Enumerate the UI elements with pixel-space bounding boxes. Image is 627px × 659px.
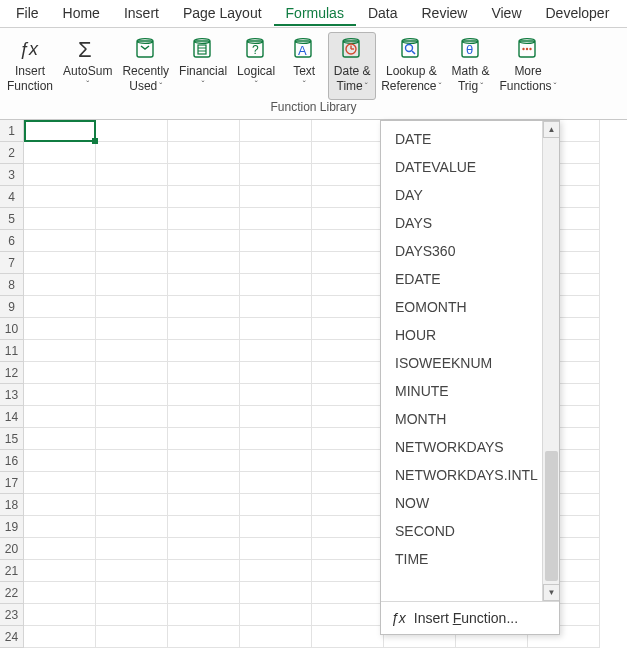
cell[interactable] (96, 538, 168, 560)
scroll-down-button[interactable]: ▼ (543, 584, 559, 601)
cell[interactable] (240, 340, 312, 362)
cell[interactable] (312, 428, 384, 450)
row-header[interactable]: 15 (0, 428, 24, 450)
cell[interactable] (312, 406, 384, 428)
cell[interactable] (168, 362, 240, 384)
cell[interactable] (96, 252, 168, 274)
menu-item-eomonth[interactable]: EOMONTH (381, 293, 559, 321)
cell[interactable] (312, 274, 384, 296)
cell[interactable] (168, 560, 240, 582)
tab-view[interactable]: View (479, 1, 533, 26)
cell[interactable] (96, 428, 168, 450)
cell[interactable] (24, 494, 96, 516)
cell[interactable] (240, 516, 312, 538)
row-header[interactable]: 16 (0, 450, 24, 472)
cell[interactable] (168, 340, 240, 362)
cell[interactable] (312, 164, 384, 186)
cell[interactable] (312, 252, 384, 274)
row-header[interactable]: 17 (0, 472, 24, 494)
cell[interactable] (24, 164, 96, 186)
cell[interactable] (24, 538, 96, 560)
cell[interactable] (240, 208, 312, 230)
cell[interactable] (240, 186, 312, 208)
date-time-button[interactable]: Date &Timeˇ (328, 32, 376, 100)
cell[interactable] (96, 472, 168, 494)
cell[interactable] (168, 604, 240, 626)
tab-home[interactable]: Home (51, 1, 112, 26)
more-functions-button[interactable]: MoreFunctionsˇ (495, 32, 562, 100)
row-header[interactable]: 5 (0, 208, 24, 230)
cell[interactable] (168, 142, 240, 164)
cell[interactable] (96, 230, 168, 252)
row-header[interactable]: 19 (0, 516, 24, 538)
cell[interactable] (24, 318, 96, 340)
cell[interactable] (240, 274, 312, 296)
cell[interactable] (96, 406, 168, 428)
cell[interactable] (312, 186, 384, 208)
menu-item-hour[interactable]: HOUR (381, 321, 559, 349)
row-header[interactable]: 9 (0, 296, 24, 318)
cell[interactable] (312, 296, 384, 318)
cell[interactable] (24, 626, 96, 648)
cell[interactable] (96, 208, 168, 230)
cell[interactable] (312, 472, 384, 494)
cell[interactable] (24, 406, 96, 428)
cell[interactable] (240, 296, 312, 318)
recently-used-button[interactable]: RecentlyUsedˇ (117, 32, 174, 100)
row-header[interactable]: 8 (0, 274, 24, 296)
cell[interactable] (168, 186, 240, 208)
cell[interactable] (24, 362, 96, 384)
tab-formulas[interactable]: Formulas (274, 1, 356, 26)
cell[interactable] (240, 230, 312, 252)
cell[interactable] (96, 296, 168, 318)
cell[interactable] (240, 582, 312, 604)
cell[interactable] (96, 626, 168, 648)
cell[interactable] (24, 230, 96, 252)
cell[interactable] (168, 406, 240, 428)
cell[interactable] (168, 318, 240, 340)
menu-item-date[interactable]: DATE (381, 125, 559, 153)
cell[interactable] (24, 142, 96, 164)
cell[interactable] (168, 208, 240, 230)
cell[interactable] (24, 516, 96, 538)
cell[interactable] (240, 252, 312, 274)
cell[interactable] (96, 604, 168, 626)
tab-insert[interactable]: Insert (112, 1, 171, 26)
menu-item-time[interactable]: TIME (381, 545, 559, 573)
cell[interactable] (168, 428, 240, 450)
cell[interactable] (96, 318, 168, 340)
row-header[interactable]: 2 (0, 142, 24, 164)
tab-developer[interactable]: Developer (534, 1, 622, 26)
cell[interactable] (168, 626, 240, 648)
row-header[interactable]: 24 (0, 626, 24, 648)
tab-data[interactable]: Data (356, 1, 410, 26)
lookup-reference-button[interactable]: Lookup &Referenceˇ (376, 32, 446, 100)
cell[interactable] (168, 274, 240, 296)
menu-item-networkdays-intl[interactable]: NETWORKDAYS.INTL (381, 461, 559, 489)
menu-item-networkdays[interactable]: NETWORKDAYS (381, 433, 559, 461)
cell[interactable] (240, 164, 312, 186)
menu-scrollbar[interactable]: ▲ ▼ (542, 121, 559, 601)
cell[interactable] (240, 450, 312, 472)
cell[interactable] (312, 362, 384, 384)
cell[interactable] (24, 252, 96, 274)
row-header[interactable]: 22 (0, 582, 24, 604)
cell[interactable] (312, 494, 384, 516)
cell[interactable] (96, 186, 168, 208)
cell[interactable] (312, 604, 384, 626)
cell[interactable] (96, 494, 168, 516)
cell[interactable] (240, 384, 312, 406)
row-header[interactable]: 1 (0, 120, 24, 142)
cell[interactable] (24, 208, 96, 230)
cell[interactable] (24, 604, 96, 626)
tab-page-layout[interactable]: Page Layout (171, 1, 274, 26)
cell[interactable] (96, 516, 168, 538)
menu-item-month[interactable]: MONTH (381, 405, 559, 433)
cell[interactable] (168, 296, 240, 318)
cell[interactable] (240, 362, 312, 384)
menu-item-edate[interactable]: EDATE (381, 265, 559, 293)
cell[interactable] (24, 450, 96, 472)
text-button[interactable]: ATextˇ (280, 32, 328, 100)
cell[interactable] (168, 516, 240, 538)
cell[interactable] (240, 406, 312, 428)
